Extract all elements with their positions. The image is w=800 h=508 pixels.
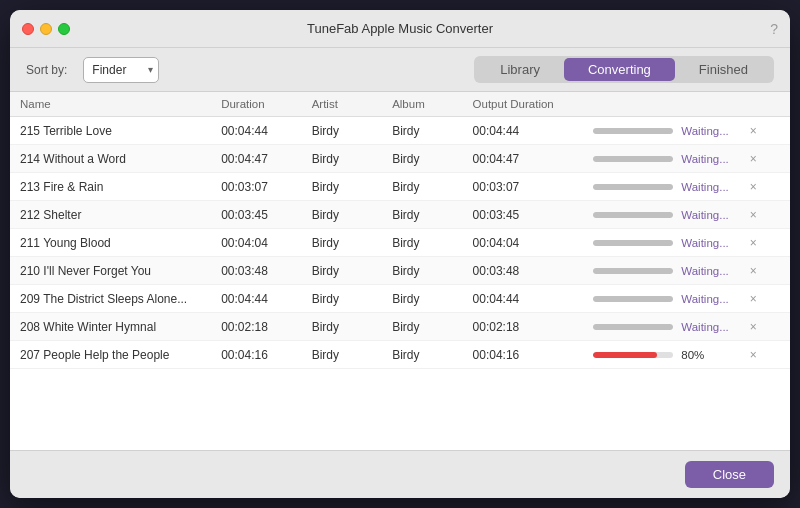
table-row: 212 Shelter 00:03:45 Birdy Birdy 00:03:4… [10, 201, 790, 229]
cell-output-duration: 00:04:44 [463, 285, 584, 313]
progress-bar-fill [593, 240, 673, 246]
close-window-button[interactable] [22, 23, 34, 35]
progress-bar-bg [593, 296, 673, 302]
table-row: 214 Without a Word 00:04:47 Birdy Birdy … [10, 145, 790, 173]
cell-duration: 00:04:04 [211, 229, 302, 257]
cell-name: 208 White Winter Hymnal [10, 313, 211, 341]
cell-artist: Birdy [302, 117, 382, 145]
table-row: 215 Terrible Love 00:04:44 Birdy Birdy 0… [10, 117, 790, 145]
progress-bar-fill [593, 324, 673, 330]
cell-progress: Waiting... [583, 285, 739, 313]
progress-bar-bg [593, 156, 673, 162]
table-row: 210 I'll Never Forget You 00:03:48 Birdy… [10, 257, 790, 285]
traffic-lights [22, 23, 70, 35]
cell-album: Birdy [382, 229, 462, 257]
help-icon[interactable]: ? [770, 21, 778, 37]
cell-output-duration: 00:04:04 [463, 229, 584, 257]
cell-album: Birdy [382, 201, 462, 229]
status-text: Waiting... [681, 265, 729, 277]
status-text: Waiting... [681, 293, 729, 305]
cell-name: 207 People Help the People [10, 341, 211, 369]
cell-progress: Waiting... [583, 173, 739, 201]
cell-output-duration: 00:04:44 [463, 117, 584, 145]
status-text: Waiting... [681, 321, 729, 333]
progress-bar-fill [593, 212, 673, 218]
cell-album: Birdy [382, 285, 462, 313]
cell-remove[interactable]: × [740, 229, 790, 257]
cell-remove[interactable]: × [740, 173, 790, 201]
progress-bar-bg [593, 268, 673, 274]
table-row: 211 Young Blood 00:04:04 Birdy Birdy 00:… [10, 229, 790, 257]
progress-bar-bg [593, 240, 673, 246]
cell-remove[interactable]: × [740, 285, 790, 313]
cell-duration: 00:02:18 [211, 313, 302, 341]
cell-name: 211 Young Blood [10, 229, 211, 257]
tab-finished[interactable]: Finished [675, 58, 772, 81]
cell-remove[interactable]: × [740, 257, 790, 285]
window-title: TuneFab Apple Music Converter [307, 21, 493, 36]
cell-album: Birdy [382, 173, 462, 201]
cell-remove[interactable]: × [740, 201, 790, 229]
cell-output-duration: 00:04:47 [463, 145, 584, 173]
table-row: 207 People Help the People 00:04:16 Bird… [10, 341, 790, 369]
cell-album: Birdy [382, 145, 462, 173]
cell-remove[interactable]: × [740, 313, 790, 341]
table-header-row: Name Duration Artist Album Output Durati… [10, 92, 790, 117]
cell-duration: 00:04:16 [211, 341, 302, 369]
cell-remove[interactable]: × [740, 145, 790, 173]
col-name: Name [10, 92, 211, 117]
cell-artist: Birdy [302, 285, 382, 313]
footer: Close [10, 450, 790, 498]
cell-duration: 00:03:45 [211, 201, 302, 229]
status-text: Waiting... [681, 153, 729, 165]
track-table-container: Name Duration Artist Album Output Durati… [10, 92, 790, 450]
maximize-window-button[interactable] [58, 23, 70, 35]
main-window: TuneFab Apple Music Converter ? Sort by:… [10, 10, 790, 498]
col-duration: Duration [211, 92, 302, 117]
cell-artist: Birdy [302, 257, 382, 285]
cell-remove[interactable]: × [740, 341, 790, 369]
status-text: Waiting... [681, 237, 729, 249]
sort-wrapper: Finder Name Duration Artist [83, 57, 159, 83]
cell-duration: 00:03:07 [211, 173, 302, 201]
cell-progress: Waiting... [583, 313, 739, 341]
cell-progress: Waiting... [583, 229, 739, 257]
cell-remove[interactable]: × [740, 117, 790, 145]
progress-bar-fill [593, 156, 673, 162]
progress-bar-fill [593, 352, 657, 358]
cell-name: 210 I'll Never Forget You [10, 257, 211, 285]
cell-name: 215 Terrible Love [10, 117, 211, 145]
tab-converting[interactable]: Converting [564, 58, 675, 81]
sort-select[interactable]: Finder Name Duration Artist [83, 57, 159, 83]
sort-label: Sort by: [26, 63, 67, 77]
col-output-duration: Output Duration [463, 92, 584, 117]
progress-bar-bg [593, 128, 673, 134]
progress-bar-bg [593, 212, 673, 218]
cell-name: 209 The District Sleeps Alone... [10, 285, 211, 313]
cell-progress: Waiting... [583, 257, 739, 285]
cell-artist: Birdy [302, 173, 382, 201]
tab-library[interactable]: Library [476, 58, 564, 81]
col-action [740, 92, 790, 117]
cell-duration: 00:03:48 [211, 257, 302, 285]
cell-album: Birdy [382, 257, 462, 285]
cell-album: Birdy [382, 117, 462, 145]
cell-album: Birdy [382, 341, 462, 369]
cell-name: 214 Without a Word [10, 145, 211, 173]
status-text: Waiting... [681, 181, 729, 193]
cell-output-duration: 00:03:45 [463, 201, 584, 229]
table-row: 213 Fire & Rain 00:03:07 Birdy Birdy 00:… [10, 173, 790, 201]
titlebar: TuneFab Apple Music Converter ? [10, 10, 790, 48]
minimize-window-button[interactable] [40, 23, 52, 35]
cell-artist: Birdy [302, 341, 382, 369]
close-button[interactable]: Close [685, 461, 774, 488]
progress-bar-fill [593, 184, 673, 190]
cell-name: 213 Fire & Rain [10, 173, 211, 201]
progress-bar-fill [593, 128, 673, 134]
cell-album: Birdy [382, 313, 462, 341]
cell-output-duration: 00:04:16 [463, 341, 584, 369]
cell-artist: Birdy [302, 201, 382, 229]
col-progress [583, 92, 739, 117]
cell-artist: Birdy [302, 145, 382, 173]
cell-output-duration: 00:02:18 [463, 313, 584, 341]
